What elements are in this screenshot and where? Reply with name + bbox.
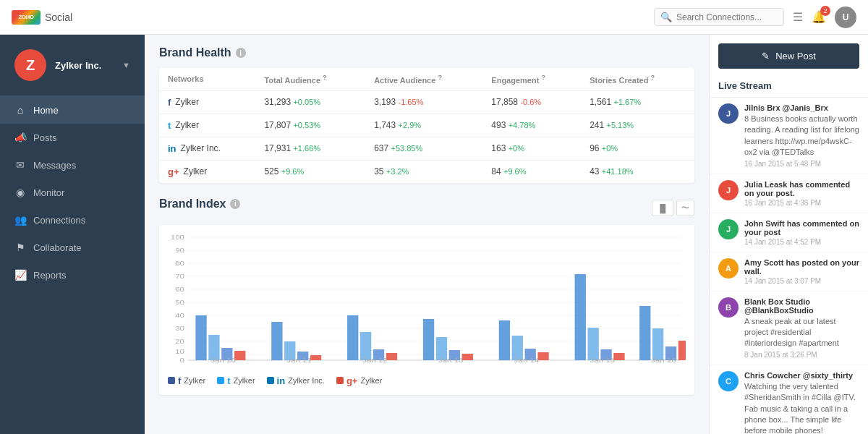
bar-chart-button[interactable]: ▐▌ [652,200,673,216]
stream-avatar: J [718,180,739,200]
stream-time: 8 Jan 2015 at 3:26 PM [744,351,859,359]
chart-actions: ▐▌ 〜 [652,200,694,216]
content-area: Brand Health i Networks Total Audience ?… [145,35,709,434]
sidebar-item-connections[interactable]: 👥 Connections [0,206,145,234]
legend-twitter: t Zylker [217,375,255,386]
svg-text:50: 50 [175,299,184,306]
brand-health-section: Brand Health i Networks Total Audience ?… [159,46,694,183]
search-icon: 🔍 [660,12,672,22]
profile-avatar: Z [14,49,46,81]
legend-tw-label: Zylker [234,376,255,385]
brand-index-title: Brand Index i [159,197,240,210]
svg-text:20: 20 [175,338,184,345]
svg-rect-47 [652,328,663,360]
right-panel: ✎ New Post Live Stream J Jilnis Brx @Jan… [709,35,868,434]
svg-rect-34 [423,319,434,360]
stories-cell: 96 +0% [581,137,694,160]
col-total-audience: Total Audience ? [255,68,365,90]
stream-item[interactable]: C Chris Cowcher @sixty_thirty Watching t… [710,365,868,434]
col-networks: Networks [159,68,255,90]
stream-content: Jilnis Brx @Janis_Brx 8 Business books a… [744,103,859,168]
brand-index-section: Brand Index i ▐▌ 〜 100 90 80 70 60 [159,197,694,395]
stream-content: Blank Box Studio @BlankBoxStudio A sneak… [744,297,859,359]
sidebar-item-connections-label: Connections [33,215,85,226]
sidebar-item-messages[interactable]: ✉ Messages [0,151,145,179]
notification-badge[interactable]: 🔔 2 [812,10,826,24]
svg-text:0: 0 [180,357,185,364]
svg-text:Jan 13: Jan 13 [438,357,464,364]
zoho-logo-icon: ZOHO [12,10,41,25]
table-row: fZylker 31,293 +0.05% 3,193 -1.65% 17,85… [159,90,694,114]
search-box[interactable]: 🔍 [654,8,784,26]
sidebar-item-home[interactable]: ⌂ Home [0,96,145,124]
network-cell: inZylker Inc. [159,137,255,160]
svg-rect-26 [271,322,282,360]
connections-icon: 👥 [14,214,26,226]
network-cell: tZylker [159,114,255,137]
monitor-icon: ◉ [14,187,26,198]
stream-item[interactable]: J John Swift has commented on your post … [710,213,868,252]
total-audience-cell: 17,807 +0.53% [255,114,365,137]
active-audience-cell: 637 +53.85% [365,137,482,160]
svg-rect-49 [678,341,686,360]
sidebar-item-posts-label: Posts [33,132,57,143]
main-layout: Z Zylker Inc. ▼ ⌂ Home 📣 Posts ✉ Message… [0,35,868,434]
sidebar-item-collaborate[interactable]: ⚑ Collaborate [0,234,145,261]
chart-container: 100 90 80 70 60 50 40 30 20 10 0 [159,225,694,395]
stream-item[interactable]: A Amy Scott has posted on your wall. 14 … [710,252,868,292]
sidebar-item-messages-label: Messages [33,160,76,171]
sidebar-item-monitor[interactable]: ◉ Monitor [0,179,145,206]
sidebar-item-home-label: Home [33,105,59,116]
stream-avatar: C [718,371,739,391]
chart-area: 100 90 80 70 60 50 40 30 20 10 0 [168,234,686,364]
engagement-cell: 17,858 -0.6% [482,90,581,114]
chart-legend: f Zylker t Zylker in Zylker Inc. [168,370,686,386]
brand-health-info-icon: i [236,48,246,58]
svg-text:60: 60 [175,286,184,293]
line-chart-button[interactable]: 〜 [676,200,694,216]
posts-icon: 📣 [14,132,26,143]
app-title: Social [45,12,72,23]
engagement-cell: 493 +4.78% [482,114,581,137]
legend-gp-dot [336,377,344,384]
col-stories: Stories Created ? [581,68,694,90]
svg-rect-29 [310,355,321,360]
stream-text: A sneak peak at our latest project #resi… [744,316,859,349]
stream-avatar: J [718,219,739,239]
stream-content: John Swift has commented on your post 14… [744,219,859,246]
legend-fb-label: Zylker [184,376,205,385]
legend-li-label: Zylker Inc. [288,376,325,385]
legend-tw-dot [217,377,224,384]
svg-rect-43 [587,328,598,360]
active-audience-cell: 35 +3.2% [365,160,482,183]
engagement-cell: 163 +0% [482,137,581,160]
svg-rect-33 [386,353,397,360]
sidebar-item-posts[interactable]: 📣 Posts [0,124,145,151]
menu-icon[interactable]: ☰ [793,10,803,24]
legend-li-dot [267,377,274,384]
table-row: g+Zylker 525 +9.6% 35 +3.2% 84 +9.6% 43 … [159,160,694,183]
stream-item[interactable]: B Blank Box Studio @BlankBoxStudio A sne… [710,292,868,365]
new-post-button[interactable]: ✎ New Post [718,43,859,69]
gp-legend-icon: g+ [346,375,358,386]
svg-text:Jan 10: Jan 10 [210,357,236,364]
profile-section[interactable]: Z Zylker Inc. ▼ [0,35,145,96]
stream-avatar: J [718,103,739,124]
stream-name: Jilnis Brx @Janis_Brx [744,103,859,112]
total-audience-cell: 31,293 +0.05% [255,90,365,114]
sidebar-item-reports[interactable]: 📈 Reports [0,261,145,289]
stream-item[interactable]: J Julia Leask has commented on your post… [710,174,868,213]
stream-time: 16 Jan 2015 at 4:38 PM [744,199,859,207]
brand-index-info-icon: i [230,199,240,209]
search-input[interactable] [676,12,778,22]
avatar[interactable]: U [835,7,856,28]
svg-rect-45 [613,353,624,360]
engagement-cell: 84 +9.6% [482,160,581,183]
svg-rect-37 [462,354,473,360]
svg-text:80: 80 [175,260,184,267]
brand-index-chart: 100 90 80 70 60 50 40 30 20 10 0 [168,234,686,364]
svg-text:40: 40 [175,312,184,319]
home-icon: ⌂ [14,104,26,116]
svg-text:Jan 15: Jan 15 [590,357,616,364]
stream-item[interactable]: J Jilnis Brx @Janis_Brx 8 Business books… [710,98,868,174]
